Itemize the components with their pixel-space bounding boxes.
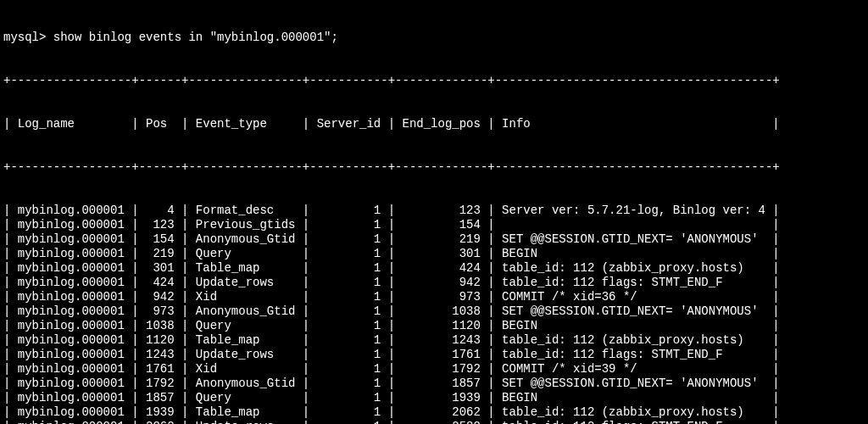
table-row: | mybinlog.000001 | 301 | Table_map | 1 … — [3, 261, 865, 276]
table-row: | mybinlog.000001 | 2062 | Update_rows |… — [3, 420, 865, 424]
table-border-top: +-----------------+------+--------------… — [3, 74, 865, 88]
table-row: | mybinlog.000001 | 1857 | Query | 1 | 1… — [3, 391, 865, 405]
table-row: | mybinlog.000001 | 973 | Anonymous_Gtid… — [3, 304, 865, 319]
table-border-header: +-----------------+------+--------------… — [3, 160, 865, 175]
table-row: | mybinlog.000001 | 1792 | Anonymous_Gti… — [3, 377, 865, 391]
table-row: | mybinlog.000001 | 1120 | Table_map | 1… — [3, 333, 865, 348]
table-row: | mybinlog.000001 | 123 | Previous_gtids… — [3, 218, 865, 232]
table-row: | mybinlog.000001 | 1038 | Query | 1 | 1… — [3, 319, 865, 333]
table-row: | mybinlog.000001 | 154 | Anonymous_Gtid… — [3, 232, 865, 247]
table-row: | mybinlog.000001 | 942 | Xid | 1 | 973 … — [3, 290, 865, 304]
mysql-terminal[interactable]: mysql> show binlog events in "mybinlog.0… — [0, 0, 868, 424]
prompt-line: mysql> show binlog events in "mybinlog.0… — [3, 31, 865, 45]
table-row: | mybinlog.000001 | 1243 | Update_rows |… — [3, 348, 865, 362]
table-row: | mybinlog.000001 | 4 | Format_desc | 1 … — [3, 204, 865, 218]
table-body: | mybinlog.000001 | 4 | Format_desc | 1 … — [3, 204, 865, 424]
table-row: | mybinlog.000001 | 219 | Query | 1 | 30… — [3, 247, 865, 261]
table-row: | mybinlog.000001 | 1761 | Xid | 1 | 179… — [3, 362, 865, 377]
table-header: | Log_name | Pos | Event_type | Server_i… — [3, 117, 865, 131]
table-row: | mybinlog.000001 | 1939 | Table_map | 1… — [3, 405, 865, 420]
table-row: | mybinlog.000001 | 424 | Update_rows | … — [3, 276, 865, 290]
